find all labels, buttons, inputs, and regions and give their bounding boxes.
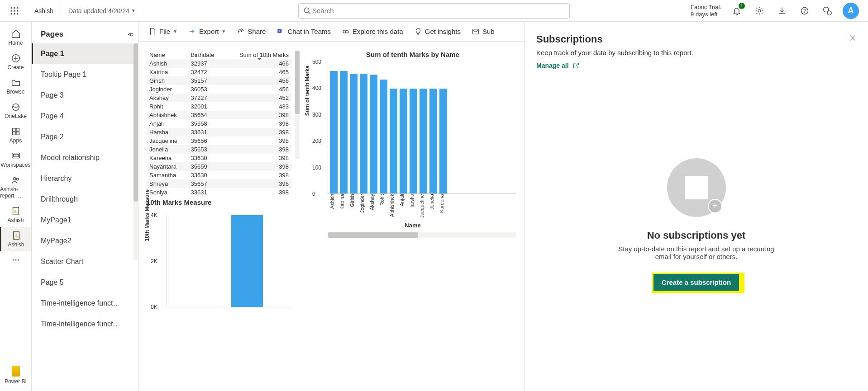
table-row[interactable]: Abhishhek35654398: [147, 111, 291, 119]
page-item[interactable]: Tooltip Page 1: [32, 64, 138, 85]
data-updated-dropdown[interactable]: Data updated 4/20/24 ▼: [68, 7, 136, 14]
chat-teams-button[interactable]: T Chat in Teams: [272, 26, 335, 38]
table-row[interactable]: Harsha33631398: [147, 128, 291, 137]
col-birthdate[interactable]: Birthdate: [188, 51, 224, 59]
trial-status[interactable]: Fabric Trial: 9 days left: [691, 4, 721, 18]
page-item[interactable]: Time-intelligence funct…: [32, 293, 138, 314]
bar[interactable]: [410, 89, 417, 193]
bar[interactable]: [400, 89, 407, 193]
table-row[interactable]: Anjali35658398: [147, 119, 291, 128]
table-row[interactable]: Girish35157456: [147, 76, 291, 85]
collapse-pages-button[interactable]: ≪: [128, 31, 134, 38]
rail-item-label: Apps: [10, 137, 22, 144]
breadcrumb: Ashish Data updated 4/20/24 ▼: [31, 5, 136, 16]
search-input[interactable]: [311, 6, 565, 15]
bar[interactable]: [439, 89, 447, 193]
trial-line1: Fabric Trial:: [691, 4, 721, 11]
mini-bar-chart[interactable]: 10th Marks Measure 4K 2K 0K: [147, 215, 291, 319]
page-item[interactable]: Time-intelligence funct…: [32, 314, 138, 334]
rail-item-ashish[interactable]: Ashish: [0, 227, 31, 251]
create-subscription-button[interactable]: Create a subscription: [653, 274, 739, 291]
bar[interactable]: [420, 89, 427, 193]
app-launcher-button[interactable]: [4, 0, 25, 22]
rail-item-label: Create: [7, 64, 24, 71]
rail-item-onelake[interactable]: OneLake: [0, 99, 31, 123]
insights-button[interactable]: Get insights: [410, 26, 465, 38]
download-button[interactable]: [775, 4, 789, 18]
explore-label: Explore this data: [353, 28, 403, 35]
mini-bar[interactable]: [231, 215, 263, 307]
table-row[interactable]: Jacqueline35656398: [147, 137, 291, 145]
page-item[interactable]: Page 3: [32, 85, 138, 106]
feedback-button[interactable]: [820, 4, 835, 18]
table-row[interactable]: Katrina32472465: [147, 68, 291, 76]
table-row[interactable]: Nayantara35659398: [147, 162, 291, 171]
table-cell: 398: [224, 188, 291, 197]
page-item[interactable]: MyPage1: [32, 210, 138, 231]
rail-item-browse[interactable]: Browse: [0, 74, 31, 99]
rail-item-home[interactable]: Home: [0, 25, 31, 50]
page-item[interactable]: Page 1: [32, 43, 138, 64]
manage-all-label: Manage all: [536, 62, 569, 69]
bar[interactable]: [370, 75, 377, 193]
table-row[interactable]: Joginder36053456: [147, 85, 291, 94]
pages-scrollbar[interactable]: [134, 43, 138, 260]
bar[interactable]: [350, 74, 358, 193]
rail-item-ashish[interactable]: Ashish: [0, 203, 31, 227]
bar[interactable]: [340, 71, 348, 193]
page-item[interactable]: MyPage2: [32, 231, 138, 251]
bar[interactable]: [380, 80, 387, 193]
table-row[interactable]: Samantha33630398: [147, 171, 291, 179]
people-icon: [11, 175, 21, 185]
close-button[interactable]: [849, 33, 856, 44]
search-box[interactable]: [298, 3, 570, 19]
scrollbar-thumb[interactable]: [134, 43, 138, 202]
table-visual[interactable]: Name Birthdate Sum of 10th Marks Ashish3…: [147, 51, 291, 206]
table-row[interactable]: Akshay37227452: [147, 94, 291, 102]
settings-button[interactable]: [752, 4, 767, 18]
table-row[interactable]: Jenelia35653398: [147, 145, 291, 154]
rail-bottom[interactable]: Power BI: [0, 362, 31, 391]
manage-all-link[interactable]: Manage all: [536, 62, 856, 69]
col-name[interactable]: Name: [147, 51, 188, 59]
page-item[interactable]: Scatter Chart: [32, 251, 138, 272]
table-scrollbar[interactable]: [295, 51, 300, 159]
bar[interactable]: [360, 74, 367, 193]
rail-item-more[interactable]: [0, 251, 31, 269]
rail-item-workspaces[interactable]: Workspaces: [0, 147, 31, 172]
report-name[interactable]: Ashish: [34, 7, 53, 14]
scrollbar-thumb[interactable]: [328, 232, 418, 238]
table-row[interactable]: Ashish32937466: [147, 59, 291, 68]
page-item[interactable]: Hierarchy: [32, 168, 138, 189]
file-menu[interactable]: File ▼: [144, 26, 182, 38]
rail-item-apps[interactable]: Apps: [0, 123, 31, 147]
rail-item-ashish-report-[interactable]: Ashish-report-…: [0, 172, 31, 203]
bar[interactable]: [390, 89, 397, 193]
data-updated-label: Data updated 4/20/24: [68, 7, 129, 14]
pages-header: Pages ≪: [32, 22, 138, 43]
table-row[interactable]: Shreya35657398: [147, 179, 291, 188]
big-bar-chart[interactable]: Sum of tenth Marks by Name Sum of tenth …: [310, 51, 516, 382]
table-row[interactable]: Kareena33630398: [147, 154, 291, 162]
scrollbar-thumb[interactable]: [295, 51, 300, 114]
page-item[interactable]: Page 2: [32, 127, 138, 147]
bar[interactable]: [330, 71, 338, 193]
export-menu[interactable]: Export ▼: [184, 26, 230, 38]
rail-item-create[interactable]: Create: [0, 50, 31, 74]
page-item[interactable]: Model relationship: [32, 147, 138, 168]
col-sum-marks[interactable]: Sum of 10th Marks: [224, 51, 291, 59]
page-item[interactable]: Page 5: [32, 272, 138, 293]
avatar[interactable]: A: [843, 3, 859, 19]
subscribe-button[interactable]: Sub: [467, 26, 499, 38]
notifications-button[interactable]: 1: [730, 4, 744, 18]
bar[interactable]: [429, 89, 437, 193]
share-button[interactable]: Share: [232, 26, 270, 38]
table-cell: Nayantara: [147, 162, 188, 171]
table-row[interactable]: Soniya33631398: [147, 188, 291, 197]
chart-hscrollbar[interactable]: [328, 232, 516, 238]
page-item[interactable]: Drillthrough: [32, 189, 138, 210]
page-item[interactable]: Page 4: [32, 106, 138, 127]
explore-button[interactable]: Explore this data: [337, 26, 408, 38]
table-row[interactable]: Rohit32001433: [147, 102, 291, 111]
help-button[interactable]: ?: [797, 4, 812, 18]
